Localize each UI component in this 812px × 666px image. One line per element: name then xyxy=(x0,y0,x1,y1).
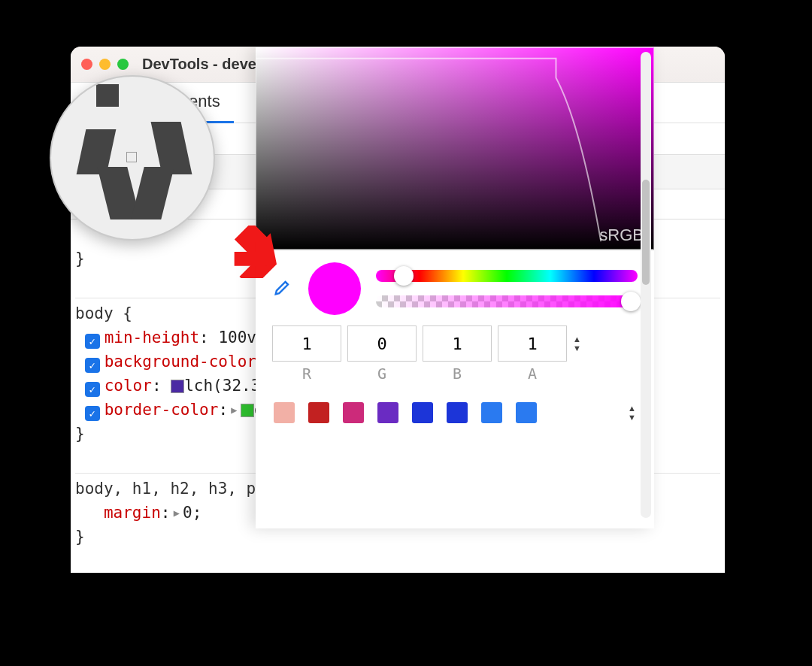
channel-r-input[interactable]: 1 xyxy=(272,325,341,362)
channel-b-input[interactable]: 1 xyxy=(423,325,492,362)
annotation-arrow-icon xyxy=(226,226,278,278)
alpha-slider[interactable] xyxy=(376,295,638,307)
traffic-lights xyxy=(81,59,129,70)
close-button[interactable] xyxy=(81,59,92,70)
prop-toggle-checkbox[interactable] xyxy=(85,358,100,373)
color-palette: ▲▼ xyxy=(256,383,654,443)
scrollbar-track[interactable] xyxy=(641,52,651,518)
saturation-value-field[interactable]: sRGB xyxy=(256,47,654,250)
scrollbar-thumb[interactable] xyxy=(642,180,650,285)
expand-triangle-icon[interactable]: ▸ xyxy=(229,398,239,422)
palette-swatch[interactable] xyxy=(412,402,433,423)
color-swatch[interactable] xyxy=(171,380,184,393)
channel-label: B xyxy=(423,365,492,383)
palette-swatch[interactable] xyxy=(308,402,329,423)
format-toggle-stepper[interactable]: ▲▼ xyxy=(573,335,581,353)
palette-swatch[interactable] xyxy=(516,402,537,423)
expand-triangle-icon[interactable]: ▸ xyxy=(171,501,181,525)
eyedropper-loupe xyxy=(50,75,215,241)
color-picker-panel: sRGB 1 0 1 1 ▲▼ R G B A xyxy=(256,47,654,528)
hue-slider[interactable] xyxy=(376,270,638,282)
eyedropper-button[interactable] xyxy=(272,277,293,301)
color-swatch[interactable] xyxy=(241,404,254,417)
current-color-swatch xyxy=(308,262,361,315)
palette-swatch[interactable] xyxy=(481,402,502,423)
maximize-button[interactable] xyxy=(117,59,129,70)
prop-toggle-checkbox[interactable] xyxy=(85,382,100,397)
channel-g-input[interactable]: 0 xyxy=(347,325,417,362)
channel-a-input[interactable]: 1 xyxy=(498,325,567,362)
palette-swatch[interactable] xyxy=(274,402,295,423)
loupe-target-pixel xyxy=(126,152,137,162)
palette-swatch[interactable] xyxy=(377,402,398,423)
minimize-button[interactable] xyxy=(99,59,111,70)
color-channel-inputs: 1 0 1 1 ▲▼ xyxy=(256,321,654,365)
channel-label: R xyxy=(272,365,341,383)
channel-label: A xyxy=(498,365,567,383)
palette-swatch[interactable] xyxy=(343,402,364,423)
gamut-label: sRGB xyxy=(599,226,644,245)
prop-toggle-checkbox[interactable] xyxy=(85,406,100,421)
palette-set-stepper[interactable]: ▲▼ xyxy=(628,404,636,422)
palette-swatch[interactable] xyxy=(447,402,468,423)
prop-toggle-checkbox[interactable] xyxy=(85,334,100,349)
channel-label: G xyxy=(347,365,417,383)
